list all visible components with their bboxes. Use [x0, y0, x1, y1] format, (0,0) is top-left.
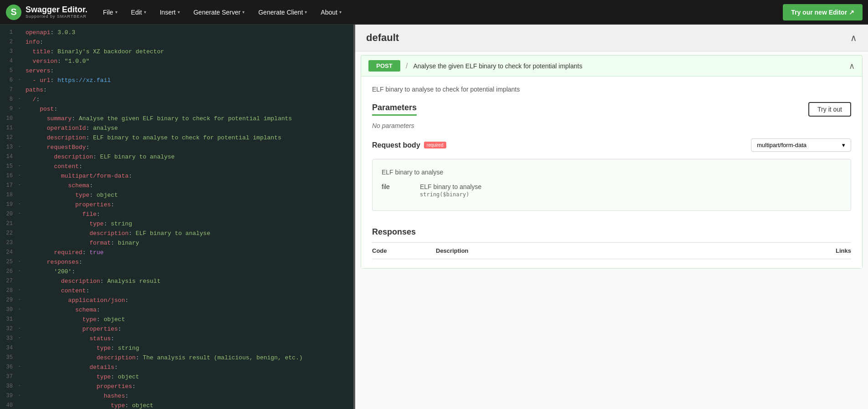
code-line: 25- responses:	[0, 258, 353, 267]
request-body-header: Request body required multipart/form-dat…	[372, 138, 851, 152]
code-line: 4 version: "1.0.0"	[0, 57, 353, 66]
line-gutter-icon: -	[18, 181, 26, 189]
code-line: 35 description: The analysis result (mal…	[0, 353, 353, 363]
code-line: 28- content:	[0, 286, 353, 296]
code-line: 15- content:	[0, 162, 353, 172]
parameters-title: Parameters	[372, 103, 417, 116]
chevron-down-icon: ▾	[178, 10, 180, 15]
line-gutter-icon: -	[18, 325, 26, 332]
chevron-down-icon: ▾	[339, 10, 342, 15]
code-line: 23 format: binary	[0, 239, 353, 248]
try-it-out-button[interactable]: Try it out	[808, 102, 851, 117]
swagger-content: default ∧ POST / Analyse the given ELF b…	[355, 25, 868, 269]
line-gutter-icon: -	[18, 258, 26, 265]
code-line: 17- schema:	[0, 181, 353, 191]
rb-description: ELF binary to analyse	[382, 169, 842, 176]
responses-table-header: Code Description Links	[372, 242, 851, 259]
code-line: 29- application/json:	[0, 296, 353, 306]
line-gutter-icon: -	[18, 105, 26, 112]
responses-col-code: Code	[372, 247, 436, 254]
section-collapse-icon[interactable]: ∧	[850, 32, 857, 43]
main-container: 1openapi: 3.0.32info:3 title: Binarly's …	[0, 25, 868, 409]
request-body-section: Request body required multipart/form-dat…	[372, 138, 851, 211]
line-gutter-icon: -	[18, 334, 26, 342]
code-line: 14 description: ELF binary to analyse	[0, 153, 353, 162]
rb-field-desc: ELF binary to analyse	[420, 183, 481, 190]
line-gutter-icon: -	[18, 363, 26, 370]
code-editor-panel: 1openapi: 3.0.32info:3 title: Binarly's …	[0, 25, 355, 409]
code-line: 32- properties:	[0, 325, 353, 334]
http-method-badge: POST	[368, 60, 400, 72]
nav-generate-client[interactable]: Generate Client ▾	[252, 5, 313, 20]
app-subtitle: Supported by SMARTBEAR	[26, 14, 87, 19]
line-gutter-icon: -	[18, 210, 26, 217]
nav-edit[interactable]: Edit ▾	[125, 5, 153, 20]
code-line: 3 title: Binarly's XZ backdoor detector	[0, 47, 353, 57]
code-line: 26- '200':	[0, 267, 353, 277]
rb-field-type: string($binary)	[420, 191, 481, 198]
code-line: 40 type: object	[0, 401, 353, 409]
chevron-down-icon: ▾	[115, 10, 117, 15]
try-new-editor-button[interactable]: Try our new Editor ↗	[783, 4, 863, 20]
code-line: 9- post:	[0, 105, 353, 114]
nav-generate-server[interactable]: Generate Server ▾	[187, 5, 251, 20]
code-line: 33- status:	[0, 334, 353, 344]
code-line: 11 operationId: analyse	[0, 124, 353, 133]
required-badge: required	[424, 142, 446, 148]
nav-insert[interactable]: Insert ▾	[153, 5, 186, 20]
svg-text:S: S	[10, 7, 16, 17]
code-line: 2info:	[0, 38, 353, 47]
yaml-editor[interactable]: 1openapi: 3.0.32info:3 title: Binarly's …	[0, 25, 353, 409]
responses-title: Responses	[372, 220, 851, 242]
code-line: 7paths:	[0, 86, 353, 95]
app-header: S Swagger Editor. Supported by SMARTBEAR…	[0, 0, 868, 25]
content-type-select[interactable]: multipart/form-data ▾	[751, 138, 851, 152]
section-header: default ∧	[355, 25, 868, 51]
swagger-logo-icon: S	[5, 4, 22, 20]
line-gutter-icon: -	[18, 162, 26, 169]
swagger-ui-panel: default ∧ POST / Analyse the given ELF b…	[355, 25, 868, 409]
endpoint-post: POST / Analyse the given ELF binary to c…	[361, 55, 863, 269]
endpoint-collapse-icon[interactable]: ∧	[849, 61, 855, 71]
app-title: Swagger Editor.	[26, 5, 87, 15]
endpoint-summary: Analyse the given ELF binary to check fo…	[413, 62, 843, 70]
code-line: 16- multipart/form-data:	[0, 172, 353, 181]
responses-col-description: Description	[436, 247, 797, 254]
code-line: 31 type: object	[0, 315, 353, 325]
line-gutter-icon: -	[18, 267, 26, 275]
line-gutter-icon: -	[18, 172, 26, 179]
responses-section: Responses Code Description Links	[372, 220, 851, 259]
endpoint-header[interactable]: POST / Analyse the given ELF binary to c…	[361, 56, 862, 76]
code-line: 36- details:	[0, 363, 353, 373]
code-line: 37 type: object	[0, 373, 353, 382]
code-line: 19- properties:	[0, 200, 353, 210]
nav-about[interactable]: About ▾	[314, 5, 348, 20]
nav-file[interactable]: File ▾	[97, 5, 124, 20]
chevron-down-icon: ▾	[842, 142, 845, 148]
code-line: 38- properties:	[0, 382, 353, 392]
code-line: 27 description: Analysis result	[0, 277, 353, 286]
code-line: 30- schema:	[0, 306, 353, 315]
request-body-title: Request body required	[372, 141, 446, 149]
main-nav: File ▾ Edit ▾ Insert ▾ Generate Server ▾…	[97, 5, 783, 20]
code-line: 22 description: ELF binary to analyse	[0, 229, 353, 239]
code-line: 18 type: object	[0, 191, 353, 200]
code-line: 10 summary: Analyse the given ELF binary…	[0, 114, 353, 124]
line-gutter-icon: -	[18, 392, 26, 399]
code-line: 8- /:	[0, 95, 353, 105]
request-body-content: ELF binary to analyse file ELF binary to…	[372, 159, 851, 211]
line-gutter-icon: -	[18, 382, 26, 389]
line-gutter-icon: -	[18, 200, 26, 208]
code-line: 34 type: string	[0, 344, 353, 353]
code-line: 1openapi: 3.0.3	[0, 28, 353, 38]
code-line: 5servers:	[0, 66, 353, 76]
line-gutter-icon: -	[18, 95, 26, 102]
rb-field-name: file	[382, 183, 409, 190]
section-title: default	[366, 32, 399, 44]
responses-col-links: Links	[797, 247, 851, 254]
parameters-section: Parameters Try it out No parameters	[372, 102, 851, 129]
code-line: 6- - url: https://xz.fail	[0, 76, 353, 86]
chevron-down-icon: ▾	[242, 10, 245, 15]
code-line: 20- file:	[0, 210, 353, 220]
code-line: 39- hashes:	[0, 392, 353, 401]
